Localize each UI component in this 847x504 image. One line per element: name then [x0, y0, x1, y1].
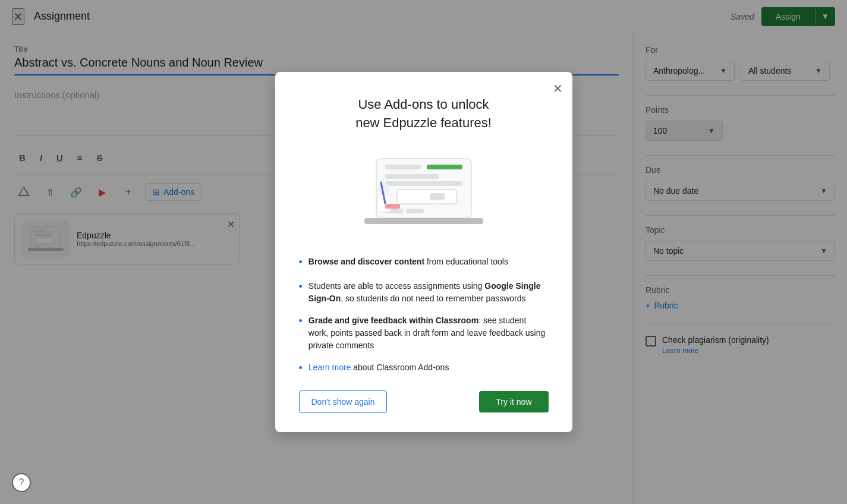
svg-point-17 [378, 182, 390, 194]
bullet-1-rest: from educational tools [424, 257, 508, 266]
modal-title: Use Add-ons to unlocknew Edpuzzle featur… [299, 96, 549, 133]
bullet-3-text: Grade and give feedback within Classroom… [308, 314, 549, 352]
bullet-1: • Browse and discover content from educa… [299, 256, 549, 270]
modal-close-button[interactable]: ✕ [553, 81, 563, 96]
svg-rect-7 [385, 165, 421, 169]
bullet-2-text1: Students are able to access assignments … [308, 281, 485, 291]
svg-rect-14 [406, 209, 424, 213]
dont-show-button[interactable]: Don't show again [299, 390, 388, 413]
modal-illustration [299, 147, 549, 239]
addons-illustration-svg [352, 147, 495, 239]
modal-overlay: ✕ Use Add-ons to unlocknew Edpuzzle feat… [0, 0, 847, 504]
bullet-dot-4: • [299, 360, 303, 376]
bullet-dot-2: • [299, 279, 303, 295]
svg-rect-8 [427, 165, 462, 169]
addons-modal: ✕ Use Add-ons to unlocknew Edpuzzle feat… [275, 72, 572, 432]
bullet-4-link[interactable]: Learn more [308, 363, 351, 372]
try-now-button[interactable]: Try it now [479, 391, 548, 412]
bullet-4-rest: about Classroom Add-ons [351, 363, 449, 372]
svg-rect-12 [430, 193, 445, 200]
svg-rect-15 [364, 218, 483, 224]
bullet-3: • Grade and give feedback within Classro… [299, 314, 549, 352]
help-button[interactable]: ? [12, 473, 31, 492]
svg-rect-11 [397, 190, 456, 204]
bullet-4-text: Learn more about Classroom Add-ons [308, 361, 449, 374]
bullet-1-bold: Browse and discover content [308, 257, 424, 266]
bullet-2: • Students are able to access assignment… [299, 280, 549, 305]
modal-actions: Don't show again Try it now [299, 390, 549, 413]
bullet-dot-1: • [299, 254, 303, 270]
bullet-dot-3: • [299, 313, 303, 329]
bullet-1-text: Browse and discover content from educati… [308, 256, 508, 268]
svg-rect-19 [385, 204, 400, 209]
bullet-2-text2: , so students do not need to remember pa… [341, 294, 525, 303]
bullet-2-text: Students are able to access assignments … [308, 280, 549, 305]
modal-bullets: • Browse and discover content from educa… [299, 256, 549, 376]
svg-rect-9 [385, 174, 439, 179]
svg-rect-10 [385, 181, 462, 186]
bullet-3-bold: Grade and give feedback within Classroom [308, 316, 478, 325]
bullet-4: • Learn more about Classroom Add-ons [299, 361, 549, 376]
